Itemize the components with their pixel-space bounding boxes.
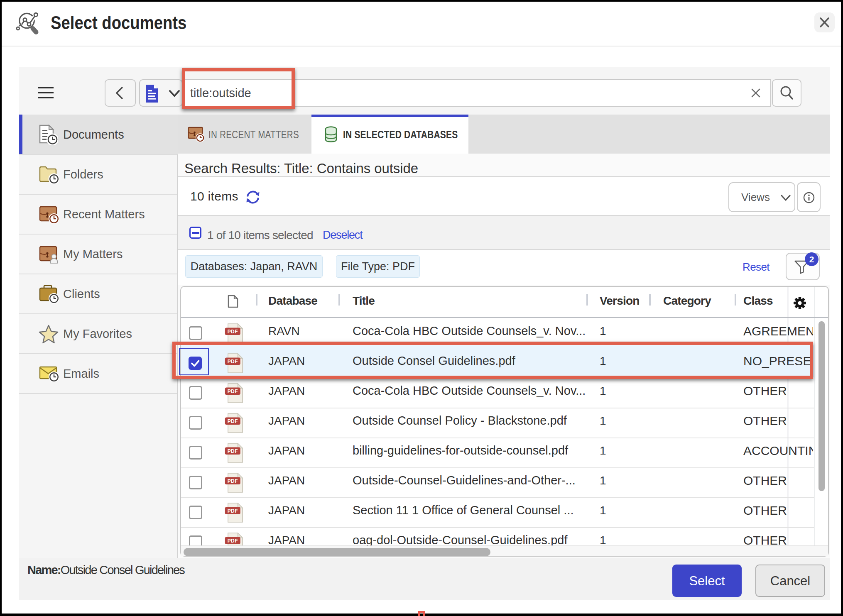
svg-text:PDF: PDF	[228, 478, 238, 484]
svg-text:PDF: PDF	[228, 389, 238, 394]
svg-text:PDF: PDF	[228, 508, 238, 514]
svg-text:PDF: PDF	[228, 418, 238, 424]
svg-text:PDF: PDF	[228, 448, 238, 454]
svg-text:PDF: PDF	[228, 329, 238, 335]
svg-text:PDF: PDF	[228, 538, 238, 544]
